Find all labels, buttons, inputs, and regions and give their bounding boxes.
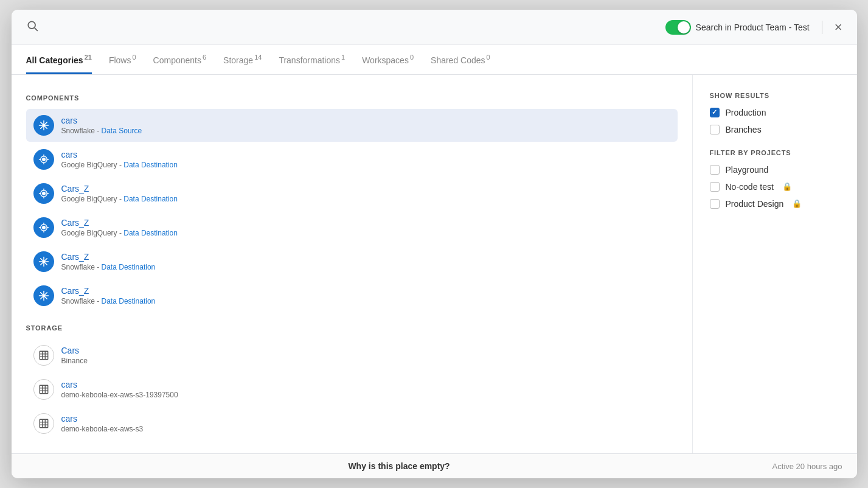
branches-checkbox[interactable] — [710, 125, 720, 134]
item-link-6[interactable]: Data Destination — [102, 297, 156, 305]
bigquery-icon-3 — [33, 183, 54, 204]
svg-point-8 — [42, 158, 45, 161]
svg-point-14 — [42, 192, 45, 195]
svg-point-0 — [28, 21, 35, 29]
result-item-6[interactable]: Cars_Z Snowflake - Data Destination — [26, 279, 678, 312]
item-name-3: Cars_Z — [61, 184, 178, 193]
tab-workspaces[interactable]: Workspaces0 — [362, 45, 414, 74]
item-name-2: cars — [61, 150, 178, 159]
no-code-test-checkbox[interactable] — [710, 182, 720, 192]
item-text-4: Cars_Z Google BigQuery - Data Destinatio… — [61, 218, 178, 237]
item-sub-3: Google BigQuery - Data Destination — [61, 195, 178, 203]
production-label: Production — [726, 108, 766, 117]
product-design-label: Product Design — [726, 199, 784, 209]
filter-playground: Playground — [710, 165, 840, 175]
item-sub-2: Google BigQuery - Data Destination — [61, 161, 178, 169]
result-item-4[interactable]: Cars_Z Google BigQuery - Data Destinatio… — [26, 211, 678, 244]
tab-flows[interactable]: Flows0 — [109, 45, 136, 74]
result-item-7[interactable]: Cars Binance — [26, 339, 678, 372]
item-name-9: cars — [61, 414, 144, 424]
search-input[interactable]: cars — [46, 21, 658, 33]
filter-panel: SHOW RESULTS Production Branches FILTER … — [693, 75, 857, 453]
tabs-bar: All Categories21 Flows0 Components6 Stor… — [12, 45, 857, 75]
snowflake-icon-6 — [33, 285, 54, 306]
svg-rect-40 — [40, 385, 48, 394]
snowflake-icon-1 — [33, 115, 54, 136]
result-item-8[interactable]: cars demo-keboola-ex-aws-s3-19397500 — [26, 373, 678, 406]
storage-section-label: STORAGE — [26, 324, 678, 332]
search-toggle[interactable] — [665, 20, 691, 35]
bottom-bar: Why is this place empty? Active 20 hours… — [12, 453, 857, 478]
tab-shared-codes[interactable]: Shared Codes0 — [431, 45, 490, 74]
item-name-5: Cars_Z — [61, 252, 156, 262]
tab-components[interactable]: Components6 — [153, 45, 207, 74]
search-icon — [26, 19, 38, 35]
snowflake-icon-5 — [33, 251, 54, 272]
item-link-1[interactable]: Data Source — [102, 127, 142, 135]
item-link-5[interactable]: Data Destination — [102, 263, 156, 271]
status-label: Active 20 hours ago — [773, 462, 842, 471]
storage-icon-8 — [33, 379, 54, 400]
tab-all-categories[interactable]: All Categories21 — [26, 45, 92, 74]
item-sub-6: Snowflake - Data Destination — [61, 297, 156, 305]
item-text-7: Cars Binance — [61, 346, 88, 365]
show-results-label: SHOW RESULTS — [710, 92, 840, 99]
result-item-1[interactable]: cars Snowflake - Data Source — [26, 109, 678, 142]
results-panel: COMPONENTS cars Snowflake - Data Sourc — [12, 75, 693, 453]
result-item-2[interactable]: cars Google BigQuery - Data Destination — [26, 143, 678, 176]
bigquery-icon-4 — [33, 217, 54, 238]
close-button[interactable]: × — [835, 21, 842, 34]
item-text-2: cars Google BigQuery - Data Destination — [61, 150, 178, 169]
result-item-5[interactable]: Cars_Z Snowflake - Data Destination — [26, 245, 678, 278]
item-sub-9: demo-keboola-ex-aws-s3 — [61, 425, 144, 433]
item-link-3[interactable]: Data Destination — [123, 195, 178, 203]
production-checkbox[interactable] — [710, 108, 720, 117]
item-text-8: cars demo-keboola-ex-aws-s3-19397500 — [61, 380, 178, 399]
filter-production: Production — [710, 108, 840, 117]
header-divider — [822, 21, 822, 34]
lock-icon-no-code: 🔒 — [782, 182, 792, 191]
svg-rect-45 — [40, 419, 48, 428]
bigquery-icon-2 — [33, 149, 54, 170]
branches-label: Branches — [726, 125, 762, 134]
svg-point-20 — [42, 226, 45, 229]
no-code-test-label: No-code test — [726, 182, 774, 192]
item-text-1: cars Snowflake - Data Source — [61, 116, 142, 135]
filter-no-code-test: No-code test 🔒 — [710, 182, 840, 192]
modal-overlay: cars Search in Product Team - Test × All… — [0, 0, 868, 488]
item-link-2[interactable]: Data Destination — [123, 161, 178, 169]
result-item-3[interactable]: Cars_Z Google BigQuery - Data Destinatio… — [26, 177, 678, 210]
lock-icon-product-design: 🔒 — [792, 199, 802, 208]
item-text-3: Cars_Z Google BigQuery - Data Destinatio… — [61, 184, 178, 203]
storage-icon-9 — [33, 413, 54, 434]
filter-product-design: Product Design 🔒 — [710, 199, 840, 209]
playground-checkbox[interactable] — [710, 165, 720, 175]
item-name-1: cars — [61, 116, 142, 125]
svg-point-34 — [43, 295, 44, 296]
item-sub-4: Google BigQuery - Data Destination — [61, 229, 178, 237]
svg-rect-35 — [40, 351, 48, 360]
body-row: COMPONENTS cars Snowflake - Data Sourc — [12, 75, 857, 453]
filter-section-gap: FILTER BY PROJECTS Playground No-code te… — [710, 149, 840, 209]
toggle-label: Search in Product Team - Test — [696, 23, 810, 32]
svg-point-6 — [43, 124, 44, 126]
search-header: cars Search in Product Team - Test × — [12, 10, 857, 45]
projects-label: FILTER BY PROJECTS — [710, 149, 840, 156]
item-name-7: Cars — [61, 346, 88, 355]
item-sub-7: Binance — [61, 357, 88, 365]
item-link-4[interactable]: Data Destination — [123, 229, 178, 237]
tab-storage[interactable]: Storage14 — [223, 45, 262, 74]
bottom-center-label[interactable]: Why is this place empty? — [26, 461, 773, 471]
product-design-checkbox[interactable] — [710, 199, 720, 209]
playground-label: Playground — [726, 165, 769, 175]
item-text-5: Cars_Z Snowflake - Data Destination — [61, 252, 156, 271]
item-name-6: Cars_Z — [61, 286, 156, 296]
item-name-4: Cars_Z — [61, 218, 178, 228]
item-sub-8: demo-keboola-ex-aws-s3-19397500 — [61, 391, 178, 399]
storage-icon-7 — [33, 345, 54, 366]
svg-point-29 — [43, 260, 44, 262]
item-sub-5: Snowflake - Data Destination — [61, 263, 156, 271]
result-item-9[interactable]: cars demo-keboola-ex-aws-s3 — [26, 407, 678, 440]
tab-transformations[interactable]: Transformations1 — [279, 45, 345, 74]
toggle-container: Search in Product Team - Test — [665, 20, 810, 35]
